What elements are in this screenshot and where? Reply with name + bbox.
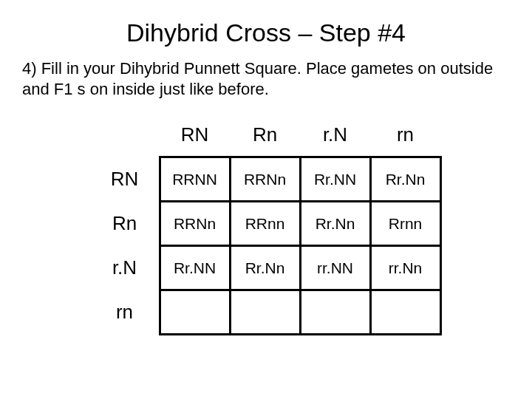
cell-3-0 [160, 290, 230, 335]
cell-3-1 [230, 290, 300, 335]
cell-1-1: RRnn [230, 202, 300, 246]
punnett-square: RN Rn r.N rn RN RRNN RRNn Rr.NN Rr.Nn Rn… [91, 114, 442, 335]
row-gamete-1: Rn [91, 202, 160, 246]
row-gamete-3: rn [91, 290, 160, 335]
instruction-text: 4) Fill in your Dihybrid Punnett Square.… [22, 58, 510, 99]
punnett-container: RN Rn r.N rn RN RRNN RRNn Rr.NN Rr.Nn Rn… [22, 114, 510, 335]
col-gamete-2: r.N [300, 114, 370, 157]
col-gamete-0: RN [160, 114, 230, 157]
cell-2-3: rr.Nn [370, 246, 440, 290]
cell-0-2: Rr.NN [300, 157, 370, 202]
row-gamete-2: r.N [91, 246, 160, 290]
cell-1-3: Rrnn [370, 202, 440, 246]
cell-0-3: Rr.Nn [370, 157, 440, 202]
cell-1-0: RRNn [160, 202, 230, 246]
cell-3-3 [370, 290, 440, 335]
corner-cell [91, 114, 160, 157]
cell-2-1: Rr.Nn [230, 246, 300, 290]
slide-title: Dihybrid Cross – Step #4 [22, 18, 510, 47]
cell-3-2 [300, 290, 370, 335]
cell-2-0: Rr.NN [160, 246, 230, 290]
cell-0-1: RRNn [230, 157, 300, 202]
slide: Dihybrid Cross – Step #4 4) Fill in your… [0, 0, 532, 350]
col-gamete-3: rn [370, 114, 440, 157]
cell-0-0: RRNN [160, 157, 230, 202]
cell-2-2: rr.NN [300, 246, 370, 290]
col-gamete-1: Rn [230, 114, 300, 157]
row-gamete-0: RN [91, 157, 160, 202]
cell-1-2: Rr.Nn [300, 202, 370, 246]
